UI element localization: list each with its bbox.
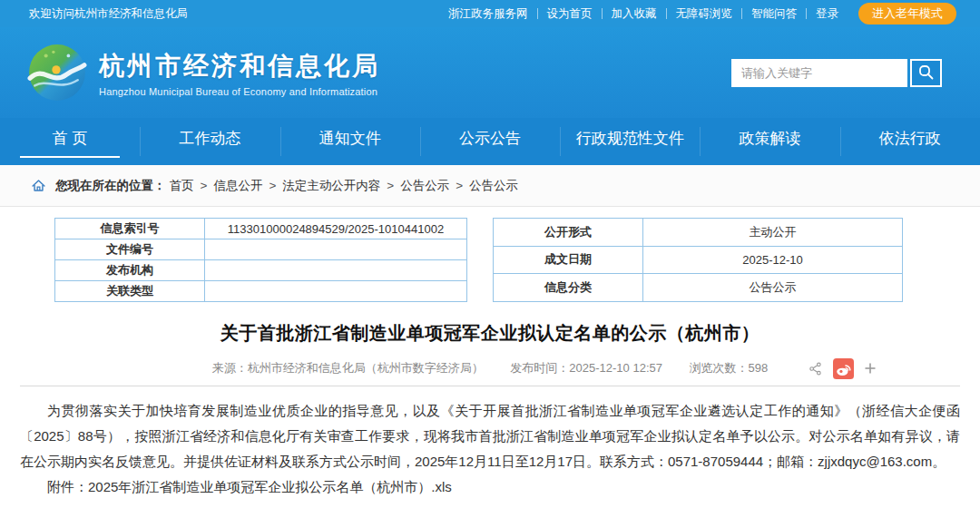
- link-set-homepage[interactable]: 设为首页: [538, 8, 603, 19]
- welcome-text: 欢迎访问杭州市经济和信息化局: [29, 6, 188, 22]
- index-number-label: 信息索引号: [55, 219, 205, 239]
- search-button[interactable]: [910, 59, 942, 87]
- issuing-agency-label: 发布机构: [55, 260, 205, 281]
- search-box: [731, 59, 942, 87]
- table-row: 信息分类 公告公示: [494, 274, 903, 302]
- written-date-value: 2025-12-10: [643, 246, 903, 274]
- table-row: 信息索引号 113301000024894529/2025-1010441002: [55, 219, 467, 239]
- site-header: 杭州市经济和信息化局 Hangzhou Municipal Bureau of …: [0, 27, 980, 118]
- nav-item-home[interactable]: 首 页: [0, 118, 140, 165]
- brand-text: 杭州市经济和信息化局 Hangzhou Municipal Bureau of …: [99, 49, 380, 97]
- topbar-links: 浙江政务服务网 设为首页 加入收藏 无障碍浏览 智能问答 登录 进入老年模式: [439, 3, 956, 24]
- breadcrumb-separator: >: [269, 179, 276, 192]
- breadcrumb-separator: >: [387, 179, 394, 192]
- more-share-icon[interactable]: [864, 362, 877, 375]
- disclosure-form-value: 主动公开: [643, 219, 903, 247]
- article-title: 关于首批浙江省制造业单项冠军企业拟认定名单的公示（杭州市）: [20, 321, 960, 346]
- related-type-label: 关联类型: [55, 281, 205, 302]
- breadcrumb-separator: >: [456, 179, 463, 192]
- link-accessibility[interactable]: 无障碍浏览: [667, 8, 743, 19]
- written-date-label: 成文日期: [494, 246, 643, 274]
- site-logo-icon: [27, 43, 87, 103]
- related-type-value: [205, 281, 467, 302]
- breadcrumb-separator: >: [201, 179, 208, 192]
- document-number-label: 文件编号: [55, 239, 205, 260]
- breadcrumb-info-disclosure[interactable]: 信息公开: [213, 178, 262, 194]
- table-row: 关联类型: [55, 281, 467, 302]
- link-login[interactable]: 登录: [807, 8, 848, 19]
- breadcrumb: 您现在所在的位置： 首页 > 信息公开 > 法定主动公开内容 > 公告公示 > …: [0, 165, 980, 207]
- index-number-value: 113301000024894529/2025-1010441002: [205, 219, 467, 239]
- article-view-count: 浏览次数：598: [690, 361, 769, 375]
- share-icon[interactable]: [808, 361, 823, 376]
- nav-item-work-news[interactable]: 工作动态: [140, 118, 279, 165]
- document-number-value: [205, 239, 467, 260]
- search-input[interactable]: [731, 59, 907, 87]
- article-source: 来源：杭州市经济和信息化局（杭州市数字经济局）: [212, 361, 484, 375]
- table-row: 文件编号: [55, 239, 467, 260]
- content: 信息索引号 113301000024894529/2025-1010441002…: [0, 207, 980, 500]
- info-table-left: 信息索引号 113301000024894529/2025-1010441002…: [54, 218, 467, 302]
- table-row: 公开形式 主动公开: [494, 219, 903, 247]
- nav-item-announcements[interactable]: 公示公告: [420, 118, 560, 165]
- weibo-share-icon[interactable]: [833, 358, 854, 379]
- disclosure-form-label: 公开形式: [494, 219, 643, 247]
- info-category-value: 公告公示: [643, 274, 903, 302]
- breadcrumb-announcements-2[interactable]: 公告公示: [469, 178, 518, 194]
- page: 欢迎访问杭州市经济和信息化局 浙江政务服务网 设为首页 加入收藏 无障碍浏览 智…: [0, 0, 980, 500]
- link-smart-qa[interactable]: 智能问答: [742, 8, 807, 19]
- site-brand[interactable]: 杭州市经济和信息化局 Hangzhou Municipal Bureau of …: [27, 43, 380, 103]
- main-nav: 首 页 工作动态 通知文件 公示公告 行政规范性文件 政策解读 依法行政: [0, 118, 980, 165]
- link-add-favorite[interactable]: 加入收藏: [603, 8, 667, 19]
- article-meta: 来源：杭州市经济和信息化局（杭州市数字经济局） 发布时间：2025-12-10 …: [20, 357, 960, 379]
- breadcrumb-prefix: 您现在所在的位置：: [55, 178, 166, 194]
- home-icon[interactable]: [31, 178, 46, 193]
- nav-item-notices[interactable]: 通知文件: [280, 118, 420, 165]
- info-table-right: 公开形式 主动公开 成文日期 2025-12-10 信息分类 公告公示: [493, 218, 903, 302]
- elder-mode-button[interactable]: 进入老年模式: [858, 3, 956, 24]
- info-category-label: 信息分类: [494, 274, 643, 302]
- info-tables: 信息索引号 113301000024894529/2025-1010441002…: [54, 218, 960, 302]
- site-subtitle: Hangzhou Municipal Bureau of Economy and…: [99, 86, 380, 97]
- breadcrumb-home[interactable]: 首页: [170, 178, 194, 194]
- article-publish-time: 发布时间：2025-12-10 12:57: [510, 361, 662, 375]
- share-toolbar: [808, 357, 877, 379]
- article-paragraph: 为贯彻落实关于加快培育发展制造业优质企业的指导意见，以及《关于开展首批浙江省制造…: [20, 398, 960, 474]
- breadcrumb-statutory-content[interactable]: 法定主动公开内容: [282, 178, 380, 194]
- search-icon: [917, 64, 936, 82]
- table-row: 成文日期 2025-12-10: [494, 246, 903, 274]
- nav-item-regulatory-documents[interactable]: 行政规范性文件: [560, 118, 700, 165]
- link-zhejiang-gov-service[interactable]: 浙江政务服务网: [439, 8, 538, 19]
- issuing-agency-value: [205, 260, 467, 281]
- site-title: 杭州市经济和信息化局: [99, 49, 380, 83]
- nav-item-law-administration[interactable]: 依法行政: [840, 118, 980, 165]
- topbar: 欢迎访问杭州市经济和信息化局 浙江政务服务网 设为首页 加入收藏 无障碍浏览 智…: [0, 0, 980, 27]
- attachment-link[interactable]: 附件：2025年浙江省制造业单项冠军企业拟公示名单（杭州市）.xls: [20, 474, 960, 500]
- table-row: 发布机构: [55, 260, 467, 281]
- breadcrumb-announcements[interactable]: 公告公示: [400, 178, 449, 194]
- nav-item-policy-interpretation[interactable]: 政策解读: [700, 118, 839, 165]
- meta-divider: [20, 386, 960, 386]
